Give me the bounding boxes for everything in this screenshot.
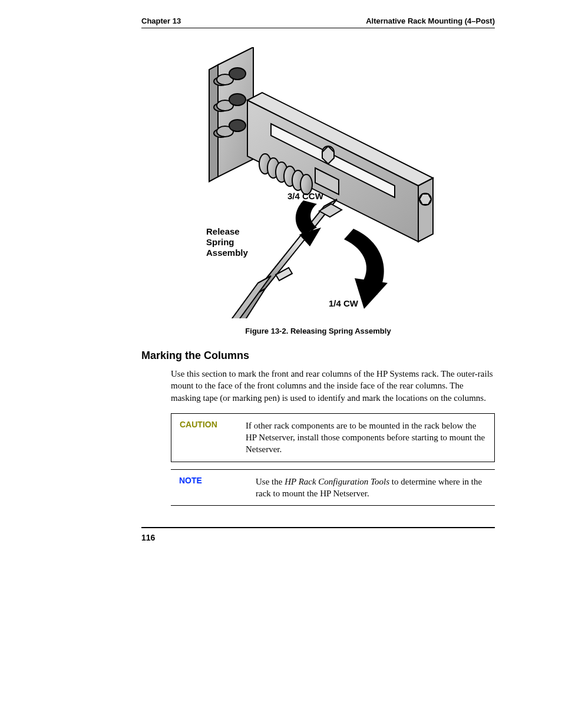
svg-point-7 <box>229 94 246 106</box>
section-heading-marking-columns: Marking the Columns <box>141 350 495 362</box>
document-page: Chapter 13 Alternative Rack Mounting (4–… <box>141 17 495 542</box>
figure-label-cw: 1/4 CW <box>329 298 359 308</box>
figure-13-2: 3/4 CCW Release Spring Assembly 1/4 CW F… <box>141 47 495 335</box>
figure-label-release-1: Release <box>206 226 240 236</box>
caution-callout: CAUTION If other rack components are to … <box>171 413 495 462</box>
header-title: Alternative Rack Mounting (4–Post) <box>366 17 495 25</box>
figure-label-ccw: 3/4 CCW <box>287 191 324 201</box>
note-label: NOTE <box>179 476 222 485</box>
note-callout: NOTE Use the HP Rack Configuration Tools… <box>171 469 495 506</box>
svg-point-4 <box>229 68 246 80</box>
note-prefix: Use the <box>256 477 285 486</box>
figure-label-release-3: Assembly <box>206 248 249 258</box>
spring-assembly-illustration: 3/4 CCW Release Spring Assembly 1/4 CW <box>200 47 436 318</box>
section-paragraph: Use this section to mark the front and r… <box>171 368 495 404</box>
svg-marker-12 <box>418 178 433 242</box>
figure-caption: Figure 13-2. Releasing Spring Assembly <box>141 327 495 335</box>
caution-label: CAUTION <box>180 420 222 429</box>
header-chapter: Chapter 13 <box>141 17 181 25</box>
page-footer: 116 <box>141 527 495 542</box>
note-text: Use the HP Rack Configuration Tools to d… <box>256 476 487 500</box>
page-number: 116 <box>141 533 155 542</box>
figure-label-release-2: Spring <box>206 237 234 247</box>
svg-marker-30 <box>355 278 388 309</box>
note-italic: HP Rack Configuration Tools <box>285 477 389 486</box>
running-header: Chapter 13 Alternative Rack Mounting (4–… <box>141 17 495 28</box>
caution-text: If other rack components are to be mount… <box>246 420 486 456</box>
svg-point-10 <box>229 120 246 131</box>
